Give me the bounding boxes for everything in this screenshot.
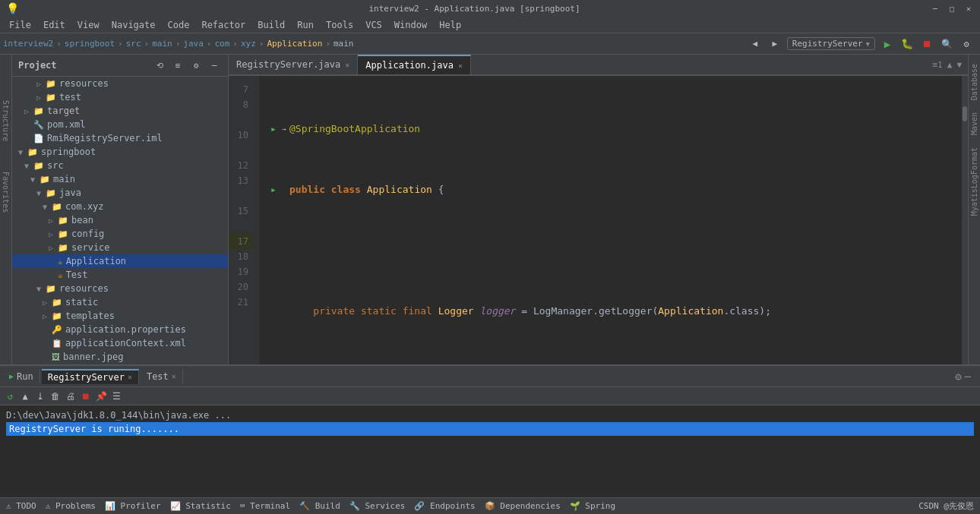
terminal-status[interactable]: ⌨ Terminal <box>240 501 290 511</box>
scroll-end-button[interactable]: ⤓ <box>33 389 47 403</box>
sidebar-sync-icon[interactable]: ⟲ <box>152 58 167 73</box>
editor-nav-up[interactable]: ▲ <box>947 60 953 70</box>
todo-status[interactable]: ⚠ TODO <box>6 501 36 511</box>
tree-service[interactable]: ▷📁service <box>12 241 228 254</box>
endpoints-status[interactable]: 🔗 Endpoints <box>414 501 475 511</box>
tab-registryserver[interactable]: RegistryServer.java ✕ <box>229 55 358 74</box>
spring-status[interactable]: 🌱 Spring <box>570 501 615 511</box>
bottom-tab-run[interactable]: ▶ Run <box>3 370 40 383</box>
services-status[interactable]: 🔧 Services <box>349 501 406 511</box>
menu-run[interactable]: Run <box>291 18 320 32</box>
restart-button[interactable]: ↺ <box>3 389 17 403</box>
tree-rmiregistryserver[interactable]: ▷📄RmiRegistryServer.iml <box>12 131 228 145</box>
menu-file[interactable]: File <box>3 18 37 32</box>
search-button[interactable]: 🔍 <box>939 36 954 52</box>
tree-resources1[interactable]: ▷📁resources <box>12 77 228 90</box>
breadcrumb-main[interactable]: main <box>152 39 172 49</box>
tree-target[interactable]: ▷📁target <box>12 104 228 118</box>
bottom-tab-registryserver[interactable]: RegistryServer ✕ <box>42 369 139 384</box>
breadcrumb-mainmethod[interactable]: main <box>334 39 354 49</box>
tree-test[interactable]: ▷📁test <box>12 90 228 104</box>
maximize-button[interactable]: □ <box>947 3 957 14</box>
run-gutter-7[interactable]: ▶ <box>268 121 279 137</box>
breadcrumb-com[interactable]: com <box>214 39 229 49</box>
tree-resources2[interactable]: ▼📁resources <box>12 282 228 295</box>
tree-static[interactable]: ▷📁static <box>12 295 228 309</box>
tree-appcontext[interactable]: ▷📋applicationContext.xml <box>12 336 228 350</box>
sidebar-minimize-icon[interactable]: ─ <box>207 58 222 73</box>
menu-build[interactable]: Build <box>251 18 291 32</box>
dependencies-status[interactable]: 📦 Dependencies <box>485 501 561 511</box>
tree-testfile[interactable]: ▷☕Test <box>12 268 228 282</box>
tab-application-close[interactable]: ✕ <box>458 61 463 70</box>
menu-tools[interactable]: Tools <box>320 18 359 32</box>
debug-button[interactable]: 🐛 <box>899 36 915 52</box>
tree-appprops[interactable]: ▷🔑application.properties <box>12 323 228 336</box>
bottom-tab-registryserver-close[interactable]: ✕ <box>128 373 132 381</box>
clear-button[interactable]: 🗑 <box>49 389 62 403</box>
menu-refactor[interactable]: Refactor <box>195 18 251 32</box>
scroll-indicator[interactable] <box>962 76 968 364</box>
menu-navigate[interactable]: Navigate <box>106 18 162 32</box>
statistic-status[interactable]: 📈 Statistic <box>170 501 231 511</box>
problems-status[interactable]: ⚠ Problems <box>46 501 96 511</box>
run-button[interactable]: ▶ <box>880 36 895 52</box>
breadcrumb-springboot[interactable]: springboot <box>65 39 115 49</box>
close-button[interactable]: ✕ <box>963 3 974 14</box>
bottom-settings-icon[interactable]: ⚙ <box>955 371 961 383</box>
build-status[interactable]: 🔨 Build <box>299 501 340 511</box>
breadcrumb-application[interactable]: Application <box>267 39 322 49</box>
menu-window[interactable]: Window <box>388 18 433 32</box>
menu-code[interactable]: Code <box>162 18 196 32</box>
tree-main[interactable]: ▼📁main <box>12 172 228 186</box>
tree-pomxml[interactable]: ▷🔧pom.xml <box>12 118 228 131</box>
sidebar-collapse-icon[interactable]: ≡ <box>170 58 185 73</box>
scroll-thumb[interactable] <box>963 106 967 121</box>
menu-vcs[interactable]: VCS <box>359 18 388 32</box>
tree-config[interactable]: ▷📁config <box>12 227 228 241</box>
run-gutter-8[interactable]: ▶ <box>268 182 279 197</box>
arrow-gutter-7[interactable]: → <box>279 121 289 137</box>
tab-registryserver-close[interactable]: ✕ <box>345 61 349 69</box>
list-view-button[interactable]: ☰ <box>109 389 123 403</box>
settings-button[interactable]: ⚙ <box>959 36 974 52</box>
print-button[interactable]: 🖨 <box>64 389 77 403</box>
profiler-status[interactable]: 📊 Profiler <box>105 501 161 511</box>
sidebar-settings-icon[interactable]: ⚙ <box>188 58 204 73</box>
minimize-button[interactable]: ─ <box>930 3 940 14</box>
tree-banner[interactable]: ▷🖼banner.jpeg <box>12 350 228 364</box>
nav-forward-button[interactable]: ▶ <box>767 36 782 52</box>
bottom-minimize-icon[interactable]: ─ <box>965 371 971 383</box>
code-editor[interactable]: 7 8 10 12 13 15 17 18 19 20 21 ▶ <box>229 76 968 364</box>
structure-panel-tab[interactable]: Structure <box>2 100 10 141</box>
menu-view[interactable]: View <box>71 18 106 32</box>
breadcrumb-java[interactable]: java <box>183 39 204 49</box>
bottom-tab-test-close[interactable]: ✕ <box>172 372 176 380</box>
menu-edit[interactable]: Edit <box>37 18 71 32</box>
database-panel-tab[interactable]: Database <box>970 58 978 106</box>
scroll-up-button[interactable]: ▲ <box>18 389 32 403</box>
maven-panel-tab[interactable]: Maven <box>970 106 978 141</box>
tree-src[interactable]: ▼📁src <box>12 159 228 172</box>
tree-java[interactable]: ▼📁java <box>12 186 228 200</box>
tree-log4j[interactable]: ▷📋log4j2.xml <box>12 364 228 364</box>
breadcrumb-xyz[interactable]: xyz <box>241 39 256 49</box>
breadcrumb-src[interactable]: src <box>126 39 141 49</box>
tab-application[interactable]: Application.java ✕ <box>358 55 471 74</box>
breadcrumb-interview2[interactable]: interview2 <box>3 39 53 49</box>
stop-button[interactable]: ⏹ <box>919 36 934 52</box>
tree-templates[interactable]: ▷📁templates <box>12 309 228 323</box>
bottom-tab-test[interactable]: Test ✕ <box>141 370 183 383</box>
tree-bean[interactable]: ▷📁bean <box>12 213 228 227</box>
tree-springboot[interactable]: ▼📁springboot <box>12 145 228 159</box>
mybatis-panel-tab[interactable]: MyatisLogFormat <box>970 141 978 222</box>
favorites-panel-tab[interactable]: Favorites <box>2 172 10 213</box>
nav-back-button[interactable]: ◀ <box>748 36 763 52</box>
stop-run-button[interactable]: ⏹ <box>79 389 93 403</box>
tree-application[interactable]: ▷☕Application <box>12 254 228 268</box>
pin-button[interactable]: 📌 <box>94 389 108 403</box>
editor-nav-down[interactable]: ▼ <box>956 60 962 70</box>
menu-help[interactable]: Help <box>433 18 467 32</box>
run-config-selector[interactable]: RegistryServer ▼ <box>787 37 875 50</box>
tree-comxyz[interactable]: ▼📁com.xyz <box>12 200 228 213</box>
